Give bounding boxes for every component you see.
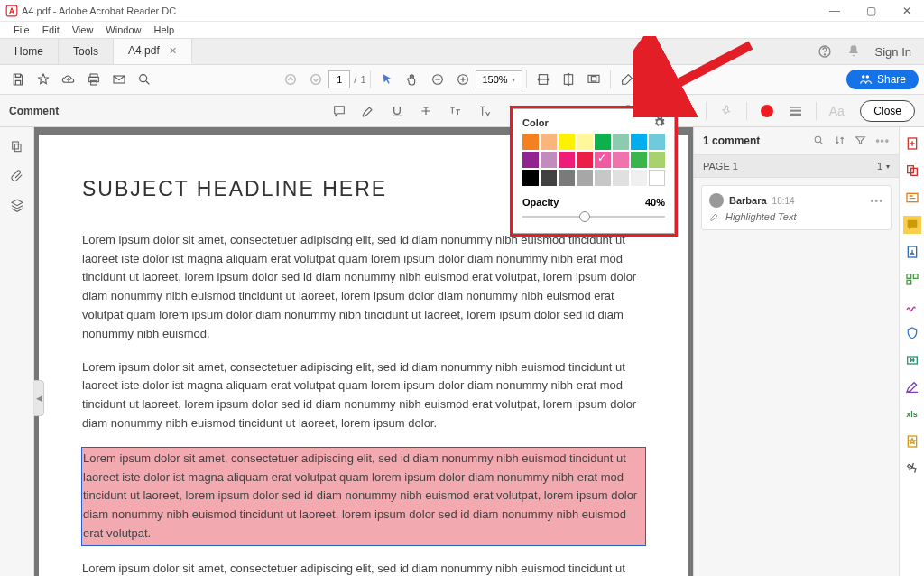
comments-page-section[interactable]: PAGE 1 1 ▾ (694, 155, 899, 178)
color-swatch[interactable] (613, 170, 629, 186)
close-comment-button[interactable]: Close (860, 100, 915, 122)
color-swatch[interactable] (541, 152, 557, 168)
max-button[interactable]: ▢ (859, 1, 882, 21)
comment-item[interactable]: Barbara 18:14 ••• Highlighted Text (701, 185, 892, 230)
hand-icon[interactable] (400, 67, 425, 92)
layers-icon[interactable] (10, 198, 24, 212)
comments-sort-icon[interactable] (834, 135, 845, 147)
rail-protect-icon[interactable] (903, 324, 921, 342)
rail-comment-icon[interactable] (903, 216, 921, 234)
comments-filter-icon[interactable] (855, 135, 866, 147)
pin-icon[interactable] (714, 98, 739, 124)
color-swatch[interactable] (631, 134, 647, 150)
replace-text-icon[interactable] (442, 98, 467, 124)
color-swatch[interactable] (522, 134, 539, 150)
mail-icon[interactable] (106, 67, 132, 92)
rail-organize-icon[interactable] (903, 270, 921, 288)
print-icon[interactable] (81, 67, 106, 92)
menu-file[interactable]: File (7, 24, 36, 35)
color-swatch[interactable] (541, 134, 557, 150)
thumbnails-icon[interactable] (10, 140, 24, 154)
fit-window-icon[interactable] (556, 67, 581, 92)
shapes-icon[interactable] (673, 98, 698, 124)
highlight-tool-icon[interactable] (356, 98, 381, 124)
color-swatch[interactable] (649, 170, 665, 186)
star-icon[interactable] (31, 67, 56, 92)
strikethrough-icon[interactable] (413, 98, 439, 124)
right-tools-rail: xls (899, 127, 924, 576)
tab-home[interactable]: Home (0, 39, 59, 64)
color-dot-icon[interactable] (754, 98, 780, 124)
rail-export-icon[interactable] (903, 243, 921, 261)
svg-point-7 (140, 75, 147, 82)
view-mode-icon[interactable] (581, 67, 606, 92)
attachments-icon[interactable] (10, 169, 24, 183)
color-swatch[interactable] (559, 170, 575, 186)
color-swatch[interactable] (595, 134, 611, 150)
menu-edit[interactable]: Edit (36, 24, 66, 35)
tab-document[interactable]: A4.pdf ✕ (114, 39, 192, 64)
bell-icon[interactable] (846, 44, 861, 59)
color-swatch[interactable] (577, 134, 593, 150)
color-swatch[interactable] (541, 170, 557, 186)
search-icon[interactable] (132, 67, 157, 92)
color-swatch[interactable] (595, 152, 611, 168)
comments-options-icon[interactable]: ••• (875, 135, 890, 147)
rail-create-pdf-icon[interactable] (903, 135, 921, 153)
tab-document-close-icon[interactable]: ✕ (169, 45, 177, 57)
zoom-display[interactable]: 150%▾ (476, 70, 522, 88)
color-swatch[interactable] (559, 134, 575, 150)
color-swatch[interactable] (631, 152, 647, 168)
cursor-icon[interactable] (374, 67, 400, 92)
menu-help[interactable]: Help (147, 24, 180, 35)
color-swatch[interactable] (649, 152, 665, 168)
menu-view[interactable]: View (66, 24, 100, 35)
opacity-slider[interactable] (522, 211, 665, 222)
fit-width-icon[interactable] (531, 67, 556, 92)
page-up-icon[interactable] (278, 67, 303, 92)
rail-fill-sign-icon[interactable] (903, 378, 921, 396)
color-swatch[interactable] (631, 170, 647, 186)
eraser-icon[interactable] (614, 67, 640, 92)
color-swatch[interactable] (559, 152, 575, 168)
close-window-button[interactable]: ✕ (895, 1, 919, 21)
color-swatch[interactable] (595, 170, 611, 186)
color-swatch[interactable] (577, 152, 593, 168)
font-icon[interactable]: Aa (824, 98, 849, 124)
signin-button[interactable]: Sign In (875, 45, 911, 59)
sidebar-handle-icon[interactable]: ◀ (34, 380, 44, 416)
comments-search-icon[interactable] (813, 135, 825, 147)
zoom-in-icon[interactable] (450, 67, 476, 92)
rail-more-tools-icon[interactable] (903, 460, 921, 478)
color-swatch[interactable] (613, 134, 629, 150)
page-down-icon[interactable] (303, 67, 328, 92)
color-swatch[interactable] (613, 152, 629, 168)
underline-icon[interactable] (384, 98, 410, 124)
page-input[interactable] (328, 70, 350, 88)
rail-xls-icon[interactable]: xls (903, 405, 921, 423)
color-swatch[interactable] (522, 152, 539, 168)
rail-combine-icon[interactable] (903, 162, 921, 180)
sign-icon[interactable] (640, 67, 665, 92)
min-button[interactable]: — (823, 1, 846, 21)
tab-tools[interactable]: Tools (59, 39, 114, 64)
line-thickness-icon[interactable] (783, 98, 808, 124)
color-swatch[interactable] (577, 170, 593, 186)
save-icon[interactable] (5, 67, 31, 92)
color-swatch[interactable] (649, 134, 665, 150)
color-swatch[interactable] (522, 170, 539, 186)
highlighted-paragraph[interactable]: Lorem ipsum dolor sit amet, consectetuer… (82, 448, 645, 545)
insert-text-icon[interactable] (471, 98, 496, 124)
sticky-note-icon[interactable] (327, 98, 352, 124)
zoom-out-icon[interactable] (425, 67, 450, 92)
rail-sign-icon[interactable] (903, 297, 921, 315)
gear-icon[interactable] (653, 116, 665, 128)
comment-options-icon[interactable]: ••• (870, 195, 883, 206)
help-icon[interactable] (818, 44, 832, 59)
upload-cloud-icon[interactable] (56, 67, 81, 92)
rail-star-icon[interactable] (903, 432, 921, 451)
rail-compress-icon[interactable] (903, 351, 921, 369)
menu-window[interactable]: Window (99, 24, 147, 35)
rail-edit-pdf-icon[interactable] (903, 189, 921, 207)
share-button[interactable]: Share (846, 70, 919, 89)
